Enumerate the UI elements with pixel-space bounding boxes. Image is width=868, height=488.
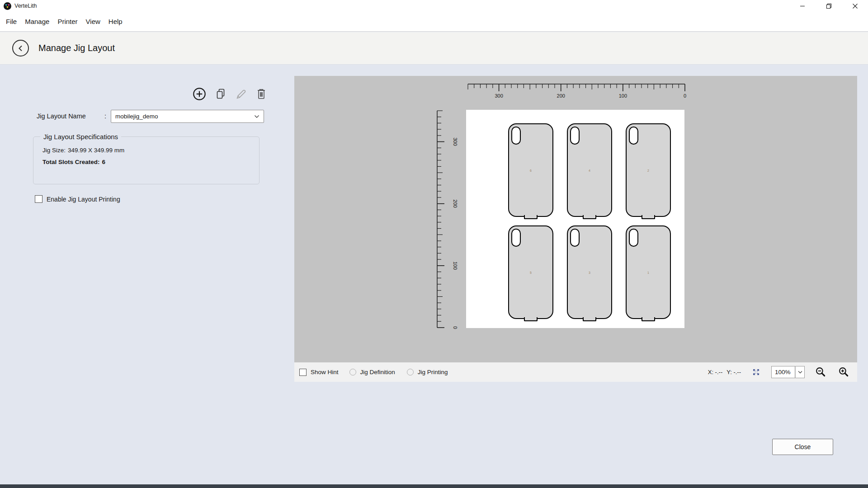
jig-slot-1[interactable]: 1 (626, 225, 671, 319)
window-title: VerteLith (14, 3, 37, 9)
menu-item-file[interactable]: File (2, 18, 21, 25)
close-icon (852, 3, 858, 9)
edit-icon (235, 88, 247, 100)
jig-slot-3[interactable]: 3 (567, 225, 612, 319)
jig-layout-name-select[interactable]: mobilejig_demo (111, 110, 264, 123)
slot-number: 3 (589, 271, 590, 274)
close-window-button[interactable] (842, 0, 868, 12)
jig-specifications-legend: Jig Layout Specifications (40, 133, 121, 141)
bottom-notch (642, 317, 655, 321)
zoom-level-input[interactable]: 100% (771, 366, 795, 378)
ruler-tick-label: 200 (557, 93, 565, 99)
jig-canvas[interactable]: 642531 (466, 110, 684, 328)
close-button-label: Close (795, 443, 811, 450)
window-controls (789, 0, 868, 12)
bottom-notch (524, 317, 538, 321)
chevron-down-icon (798, 371, 802, 374)
menu-item-printer[interactable]: Printer (53, 18, 81, 25)
minimize-button[interactable] (789, 0, 816, 12)
jig-size-label: Jig Size: (42, 147, 66, 154)
bottom-strip (0, 484, 868, 488)
logo-icon (4, 2, 11, 10)
jig-layout-name-colon: : (104, 113, 106, 120)
camera-cutout (629, 127, 638, 145)
slot-number: 1 (647, 271, 649, 274)
ruler-tick-label: 300 (453, 137, 458, 145)
edit-jig-button[interactable] (235, 88, 247, 100)
menu-bar: FileManagePrinterViewHelp (0, 12, 868, 32)
ruler-tick-label: 0 (684, 93, 686, 99)
jig-specifications-panel: Jig Layout Specifications Jig Size: 349.… (33, 133, 259, 184)
menu-item-help[interactable]: Help (104, 18, 127, 25)
vertical-ruler: 3002001000 (294, 76, 462, 362)
jig-printing-radio[interactable] (407, 369, 414, 375)
camera-cutout (570, 127, 580, 145)
jig-slot-6[interactable]: 6 (508, 123, 553, 217)
ruler-tick-label: 100 (453, 262, 458, 270)
page-title: Manage Jig Layout (38, 43, 115, 53)
ruler-tick-label: 200 (453, 200, 458, 208)
zoom-in-button[interactable] (838, 366, 849, 378)
camera-cutout (629, 229, 638, 247)
fit-to-window-icon (752, 368, 760, 376)
add-icon (193, 87, 206, 101)
jig-toolbar (193, 86, 266, 102)
show-hint-checkbox[interactable] (299, 369, 307, 376)
jig-definition-radio[interactable] (349, 369, 356, 375)
total-slots-line: Total Slots Created: 6 (42, 159, 259, 165)
jig-layout-name-value: mobilejig_demo (115, 113, 158, 120)
fit-to-window-button[interactable] (752, 368, 760, 376)
total-slots-value: 6 (102, 159, 106, 165)
bottom-notch (642, 215, 655, 219)
jig-slot-5[interactable]: 5 (508, 225, 553, 319)
bottom-notch (583, 317, 596, 321)
copy-icon (215, 88, 226, 100)
slot-number: 6 (530, 169, 532, 172)
jig-size-line: Jig Size: 349.99 X 349.99 mm (42, 147, 259, 154)
ruler-tick-label: 300 (495, 93, 503, 99)
copy-jig-button[interactable] (215, 88, 226, 100)
zoom-out-button[interactable] (815, 366, 826, 378)
zoom-out-icon (815, 366, 826, 378)
delete-icon (256, 88, 266, 100)
slot-number: 4 (589, 169, 590, 172)
cursor-x-readout: X: -.-- (708, 369, 723, 375)
titlebar: VerteLith (0, 0, 868, 12)
page-header: Manage Jig Layout (0, 32, 868, 65)
menu-item-manage[interactable]: Manage (21, 18, 53, 25)
delete-jig-button[interactable] (256, 88, 266, 100)
camera-cutout (511, 229, 521, 247)
zoom-in-icon (838, 366, 849, 378)
ruler-tick-label: 100 (619, 93, 627, 99)
back-icon (17, 45, 24, 52)
menu-item-view[interactable]: View (82, 18, 104, 25)
total-slots-label: Total Slots Created: (42, 159, 100, 165)
jig-slot-2[interactable]: 2 (626, 123, 671, 217)
camera-cutout (511, 127, 521, 145)
enable-jig-printing-row: Enable Jig Layout Printing (35, 195, 120, 203)
preview-footer-right: X: -.-- Y: -.-- 100% (708, 366, 849, 378)
chevron-down-icon (254, 115, 259, 118)
ruler-tick-label: 0 (453, 326, 458, 329)
content-area: Jig Layout Name : mobilejig_demo Jig Lay… (0, 65, 868, 484)
jig-definition-label: Jig Definition (360, 369, 395, 375)
cursor-y-readout: Y: -.-- (726, 369, 741, 375)
jig-slot-4[interactable]: 4 (567, 123, 612, 217)
jig-size-value: 349.99 X 349.99 mm (68, 147, 124, 154)
maximize-button[interactable] (816, 0, 842, 12)
preview-footer: Show Hint Jig Definition Jig Printing X:… (294, 362, 857, 382)
bottom-notch (524, 215, 538, 219)
camera-cutout (570, 229, 580, 247)
minimize-icon (800, 3, 805, 9)
jig-layout-name-label: Jig Layout Name (37, 113, 86, 120)
zoom-level-dropdown-button[interactable] (795, 366, 805, 378)
jig-preview-area[interactable]: 3002001000 3002001000 642531 (294, 76, 857, 362)
enable-jig-printing-checkbox[interactable] (35, 195, 42, 203)
jig-printing-label: Jig Printing (418, 369, 448, 375)
zoom-level-control: 100% (771, 366, 805, 378)
maximize-icon (826, 3, 832, 9)
back-button[interactable] (12, 40, 29, 56)
add-jig-button[interactable] (193, 87, 206, 101)
show-hint-label: Show Hint (311, 369, 339, 375)
close-button[interactable]: Close (772, 439, 833, 455)
